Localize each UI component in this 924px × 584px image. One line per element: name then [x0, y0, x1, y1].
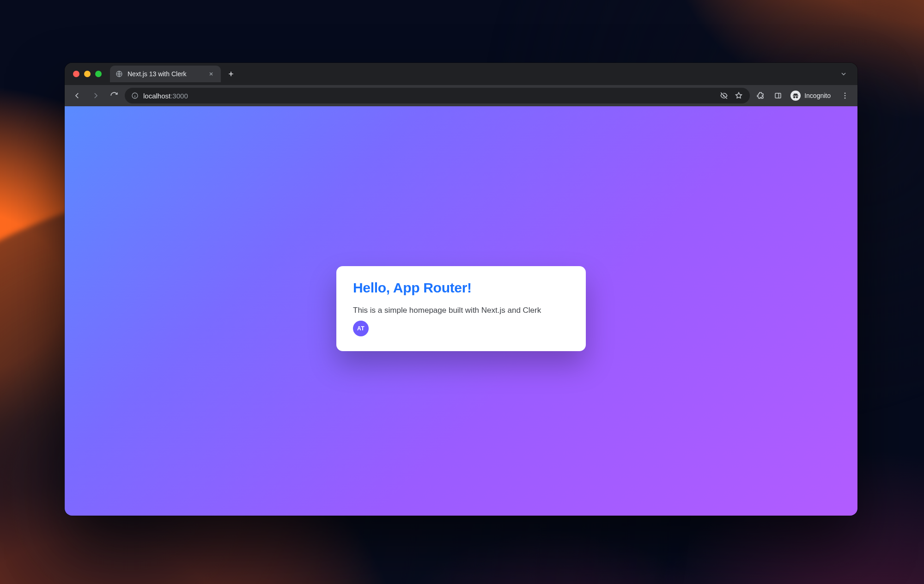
page-heading: Hello, App Router!: [353, 280, 569, 296]
svg-point-3: [845, 92, 846, 94]
close-tab-button[interactable]: [207, 70, 215, 78]
incognito-badge[interactable]: Incognito: [788, 88, 835, 103]
browser-tab[interactable]: Next.js 13 with Clerk: [110, 66, 221, 82]
toolbar-right: Incognito: [753, 88, 853, 103]
tab-title: Next.js 13 with Clerk: [128, 70, 202, 78]
reload-button[interactable]: [106, 88, 122, 103]
svg-rect-2: [775, 93, 781, 98]
tabs-dropdown-button[interactable]: [837, 67, 850, 80]
browser-menu-button[interactable]: [837, 88, 853, 103]
content-card: Hello, App Router! This is a simple home…: [336, 266, 586, 351]
bookmark-star-button[interactable]: [732, 89, 745, 102]
svg-point-4: [845, 95, 846, 97]
site-info-icon[interactable]: [131, 92, 139, 99]
window-minimize-button[interactable]: [84, 71, 91, 77]
incognito-icon: [790, 91, 801, 101]
page-description: This is a simple homepage built with Nex…: [353, 305, 569, 316]
back-button[interactable]: [69, 88, 85, 103]
url-port: :3000: [170, 92, 188, 100]
side-panel-button[interactable]: [770, 88, 786, 103]
url-host: localhost: [143, 92, 170, 100]
forward-button[interactable]: [88, 88, 103, 103]
incognito-label: Incognito: [804, 92, 831, 99]
address-bar[interactable]: localhost:3000: [125, 88, 750, 103]
eye-off-icon[interactable]: [717, 89, 730, 102]
window-close-button[interactable]: [73, 71, 79, 77]
globe-icon: [116, 70, 123, 78]
tab-strip: Next.js 13 with Clerk: [65, 63, 857, 85]
browser-toolbar: localhost:3000: [65, 85, 857, 106]
new-tab-button[interactable]: [225, 67, 237, 80]
window-zoom-button[interactable]: [95, 71, 102, 77]
window-controls: [73, 71, 102, 77]
browser-window: Next.js 13 with Clerk: [65, 63, 857, 516]
page-viewport: Hello, App Router! This is a simple home…: [65, 106, 857, 516]
svg-point-5: [845, 97, 846, 99]
extensions-button[interactable]: [753, 88, 768, 103]
user-avatar-button[interactable]: AT: [353, 321, 369, 336]
url-text: localhost:3000: [143, 92, 713, 100]
